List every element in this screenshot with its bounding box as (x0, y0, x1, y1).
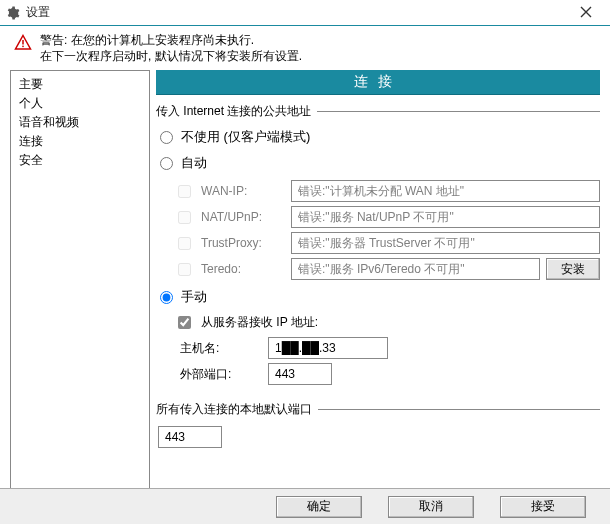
content: 主要 个人 语音和视频 连接 安全 连接 传入 Internet 连接的公共地址… (0, 70, 610, 506)
trustproxy-value (291, 232, 600, 254)
teredo-checkbox (178, 263, 191, 276)
radio-manual-input[interactable] (160, 291, 173, 304)
radio-manual[interactable]: 手动 (160, 288, 600, 306)
sidebar-item-security[interactable]: 安全 (19, 151, 141, 170)
ext-port-label: 外部端口: (178, 366, 262, 383)
local-port-input[interactable] (158, 426, 222, 448)
recv-ip-row[interactable]: 从服务器接收 IP 地址: (178, 314, 600, 331)
group-divider-2 (318, 409, 600, 410)
host-input[interactable] (268, 337, 388, 359)
local-port-group-title: 所有传入连接的本地默认端口 (156, 401, 600, 418)
recv-ip-checkbox[interactable] (178, 316, 191, 329)
incoming-group-label: 传入 Internet 连接的公共地址 (156, 103, 311, 120)
sidebar-item-connect[interactable]: 连接 (19, 132, 141, 151)
ok-button[interactable]: 确定 (276, 496, 362, 518)
auto-options: WAN-IP: NAT/UPnP: TrustProxy: Teredo: 安装 (178, 176, 600, 284)
manual-options: 从服务器接收 IP 地址: 主机名: 外部端口: (178, 310, 600, 389)
sidebar-item-voice[interactable]: 语音和视频 (19, 113, 141, 132)
group-divider (317, 111, 600, 112)
natupnp-value (291, 206, 600, 228)
accept-button[interactable]: 接受 (500, 496, 586, 518)
radio-disable-label: 不使用 (仅客户端模式) (181, 128, 310, 146)
incoming-group-title: 传入 Internet 连接的公共地址 (156, 103, 600, 120)
svg-rect-0 (22, 40, 24, 45)
host-label: 主机名: (178, 340, 262, 357)
gear-icon (6, 6, 20, 20)
close-button[interactable] (564, 1, 608, 23)
trustproxy-label: TrustProxy: (201, 236, 285, 250)
teredo-value (291, 258, 540, 280)
warning-text: 警告: 在您的计算机上安装程序尚未执行. 在下一次程序启动时, 默认情况下将安装… (40, 32, 302, 64)
radio-disable[interactable]: 不使用 (仅客户端模式) (160, 128, 600, 146)
teredo-label: Teredo: (201, 262, 285, 276)
svg-rect-1 (22, 46, 24, 48)
sidebar-item-main[interactable]: 主要 (19, 75, 141, 94)
wanip-label: WAN-IP: (201, 184, 285, 198)
wanip-value (291, 180, 600, 202)
warning-line1: 警告: 在您的计算机上安装程序尚未执行. (40, 32, 302, 48)
recv-ip-label: 从服务器接收 IP 地址: (201, 314, 318, 331)
footer: 确定 取消 接受 (0, 488, 610, 524)
trustproxy-checkbox (178, 237, 191, 250)
teredo-install-button[interactable]: 安装 (546, 258, 600, 280)
warning-banner: 警告: 在您的计算机上安装程序尚未执行. 在下一次程序启动时, 默认情况下将安装… (0, 26, 610, 70)
wanip-checkbox (178, 185, 191, 198)
settings-panel: 连接 传入 Internet 连接的公共地址 不使用 (仅客户端模式) 自动 W… (156, 70, 600, 496)
titlebar: 设置 (0, 0, 610, 26)
ext-port-input[interactable] (268, 363, 332, 385)
radio-auto-input[interactable] (160, 157, 173, 170)
local-port-group-label: 所有传入连接的本地默认端口 (156, 401, 312, 418)
radio-auto[interactable]: 自动 (160, 154, 600, 172)
panel-heading: 连接 (156, 70, 600, 95)
window-title: 设置 (26, 4, 564, 21)
radio-disable-input[interactable] (160, 131, 173, 144)
natupnp-checkbox (178, 211, 191, 224)
radio-auto-label: 自动 (181, 154, 207, 172)
radio-manual-label: 手动 (181, 288, 207, 306)
sidebar: 主要 个人 语音和视频 连接 安全 (10, 70, 150, 496)
sidebar-item-personal[interactable]: 个人 (19, 94, 141, 113)
warning-icon (14, 34, 32, 52)
natupnp-label: NAT/UPnP: (201, 210, 285, 224)
cancel-button[interactable]: 取消 (388, 496, 474, 518)
warning-line2: 在下一次程序启动时, 默认情况下将安装所有设置. (40, 48, 302, 64)
